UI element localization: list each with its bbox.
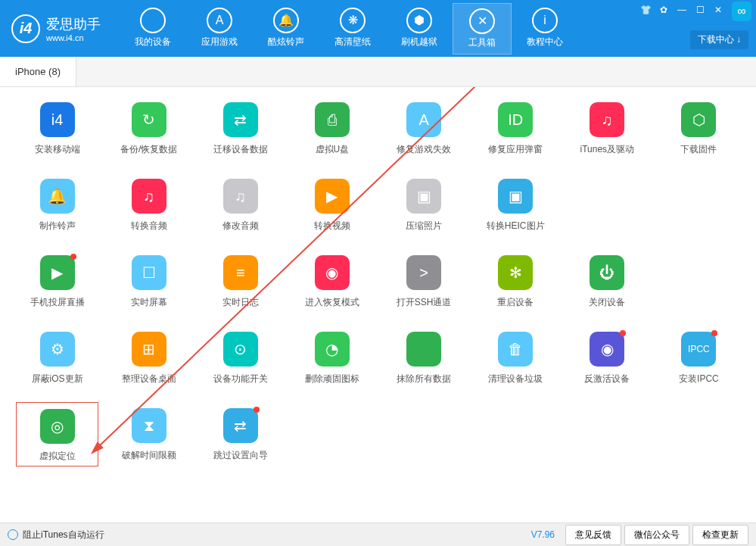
tool-item[interactable]: >打开SSH通道 — [386, 255, 462, 309]
feedback-button[interactable]: 意见反馈 — [565, 525, 621, 545]
tool-label: 破解时间限额 — [122, 449, 176, 462]
nav-item-6[interactable]: i教程中心 — [512, 3, 578, 55]
tool-item[interactable]: ◔删除顽固图标 — [294, 332, 370, 385]
tool-item[interactable]: IPCC安装IPCC — [661, 332, 737, 385]
tool-label: 进入恢复模式 — [305, 296, 359, 309]
nav-item-2[interactable]: 🔔酷炫铃声 — [253, 3, 319, 55]
tool-icon: ⬡ — [681, 102, 716, 137]
tool-item[interactable]: ⎙虚拟U盘 — [294, 102, 370, 156]
tool-label: 删除顽固图标 — [305, 373, 359, 385]
tool-item[interactable]: ⏻关闭设备 — [569, 255, 646, 309]
tool-item[interactable]: ▣转换HEIC图片 — [478, 179, 554, 232]
tool-item[interactable]: A修复游戏失效 — [386, 102, 462, 156]
tool-item[interactable]: ✻重启设备 — [478, 255, 554, 309]
tool-label: 实时屏幕 — [131, 296, 167, 309]
tool-item[interactable]: ♫修改音频 — [202, 179, 278, 232]
tool-item[interactable]: ≡实时日志 — [202, 255, 278, 309]
nav-label: 刷机越狱 — [401, 36, 437, 48]
tool-item[interactable]: ↻备份/恢复数据 — [110, 102, 187, 156]
tool-icon: ♫ — [590, 102, 624, 137]
tool-icon: ≡ — [223, 255, 258, 290]
nav-label: 工具箱 — [468, 36, 496, 49]
nav-label: 酷炫铃声 — [268, 36, 304, 48]
tool-label: 整理设备桌面 — [122, 373, 176, 385]
nav-label: 我的设备 — [135, 36, 171, 48]
content: i4安装移动端↻备份/恢复数据⇄迁移设备数据⎙虚拟U盘A修复游戏失效ID修复应用… — [0, 87, 756, 523]
tool-icon: ⏻ — [590, 255, 624, 290]
tool-label: 转换HEIC图片 — [487, 220, 545, 232]
download-center-button[interactable]: 下载中心 ↓ — [690, 30, 748, 49]
tool-item[interactable]: ♫转换音频 — [110, 179, 187, 232]
tool-label: 修改音频 — [222, 220, 259, 232]
nav-icon: 🔔 — [273, 8, 299, 33]
tab-device[interactable]: iPhone (8) — [0, 57, 76, 86]
footer-left[interactable]: 阻止iTunes自动运行 — [8, 529, 531, 541]
tool-item[interactable]: ID修复应用弹窗 — [478, 102, 554, 156]
tool-item[interactable]: ▶手机投屏直播 — [19, 255, 95, 309]
app-subtitle: www.i4.cn — [46, 33, 101, 42]
tab-bar: iPhone (8) — [0, 57, 756, 87]
tool-label: 跳过设置向导 — [213, 449, 268, 462]
tool-item[interactable]: ⚙屏蔽iOS更新 — [19, 332, 95, 385]
tool-item[interactable]: ⊙设备功能开关 — [202, 332, 278, 385]
update-button[interactable]: 检查更新 — [692, 525, 748, 545]
nav-item-5[interactable]: ✕工具箱 — [453, 3, 512, 55]
logo-text: 爱思助手 www.i4.cn — [46, 15, 101, 42]
tool-icon: ⎙ — [315, 102, 350, 137]
nav-item-0[interactable]: 我的设备 — [120, 3, 186, 55]
nav-item-1[interactable]: A应用游戏 — [186, 3, 253, 55]
tool-icon: A — [406, 102, 441, 137]
nav-item-3[interactable]: ❋高清壁纸 — [319, 3, 386, 55]
tool-label: 反激活设备 — [584, 373, 630, 385]
tshirt-icon[interactable]: 👕 — [638, 2, 653, 17]
tool-item[interactable]: 抹除所有数据 — [386, 332, 462, 385]
tool-label: 修复游戏失效 — [397, 143, 451, 156]
tool-icon: i4 — [40, 102, 75, 137]
minimize-icon[interactable]: — — [674, 2, 689, 17]
tool-item[interactable]: ▶转换视频 — [294, 179, 370, 232]
tool-icon: ⧗ — [132, 408, 166, 443]
tool-item[interactable]: ⊞整理设备桌面 — [110, 332, 187, 385]
tool-icon: 🔔 — [40, 179, 75, 214]
nav-icon: ✕ — [469, 8, 495, 34]
tool-label: 制作铃声 — [39, 220, 76, 232]
wechat-button[interactable]: 微信公众号 — [624, 525, 689, 545]
tool-item[interactable]: 🔔制作铃声 — [19, 179, 95, 232]
tool-item[interactable]: 🗑清理设备垃圾 — [478, 332, 554, 385]
nav-label: 高清壁纸 — [334, 36, 371, 48]
tool-item[interactable]: ▣压缩照片 — [386, 179, 462, 232]
tool-item[interactable]: ◎虚拟定位 — [16, 402, 98, 466]
tool-label: 修复应用弹窗 — [488, 143, 543, 156]
tool-item[interactable]: ♫iTunes及驱动 — [569, 102, 646, 156]
tool-icon: ⇄ — [223, 102, 258, 137]
tool-item[interactable]: ⬡下载固件 — [661, 102, 737, 156]
tool-item[interactable]: i4安装移动端 — [19, 102, 95, 156]
tool-icon: ◉ — [590, 332, 624, 367]
tool-item[interactable]: ⧗破解时间限额 — [110, 408, 187, 463]
tool-label: 安装IPCC — [679, 373, 719, 385]
tool-icon: ☐ — [132, 255, 166, 290]
tool-label: 屏蔽iOS更新 — [32, 373, 83, 385]
tool-label: iTunes及驱动 — [580, 143, 635, 156]
tool-item[interactable]: ⇄迁移设备数据 — [202, 102, 278, 156]
tool-item[interactable]: ⇄跳过设置向导 — [202, 408, 278, 463]
tool-item[interactable]: ☐实时屏幕 — [110, 255, 187, 309]
tool-item[interactable]: ◉进入恢复模式 — [294, 255, 370, 309]
tool-label: 转换视频 — [314, 220, 350, 232]
tool-icon: ⊙ — [223, 332, 258, 367]
version-label: V7.96 — [531, 529, 555, 540]
nav-item-4[interactable]: ⬢刷机越狱 — [386, 3, 453, 55]
maximize-icon[interactable]: ☐ — [692, 2, 708, 17]
tool-icon: ▣ — [406, 179, 441, 214]
tool-item[interactable]: ◉反激活设备 — [569, 332, 646, 385]
app-title: 爱思助手 — [46, 15, 101, 33]
nav-icon: ❋ — [340, 8, 366, 33]
badge-icon — [620, 330, 626, 336]
settings-icon[interactable]: ✿ — [656, 2, 671, 17]
badge-icon — [70, 254, 76, 260]
tool-icon: ⇄ — [223, 408, 258, 443]
tool-icon — [406, 332, 441, 367]
close-icon[interactable]: ✕ — [711, 2, 726, 17]
nav-label: 应用游戏 — [201, 36, 238, 48]
link-icon[interactable]: ∞ — [732, 2, 751, 21]
